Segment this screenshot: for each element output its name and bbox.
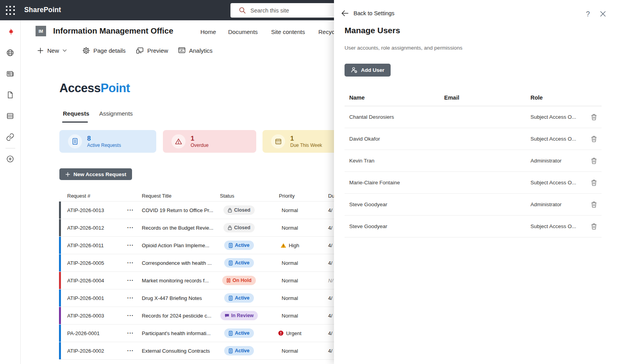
- news-icon[interactable]: [6, 70, 14, 78]
- due-date-cell: 4/: [317, 207, 332, 213]
- row-more-button[interactable]: ···: [123, 330, 138, 336]
- due-date-cell: 4/: [317, 295, 332, 301]
- app-launcher-icon[interactable]: [5, 5, 16, 16]
- request-id: PA-2026-0001: [59, 330, 123, 336]
- search-input[interactable]: Search this site: [230, 3, 343, 18]
- user-role: Administrator: [530, 202, 586, 207]
- new-button[interactable]: New: [37, 45, 67, 56]
- col-email: Email: [444, 95, 530, 101]
- priority-cell: Normal: [262, 313, 317, 319]
- rail-divider: [5, 148, 15, 148]
- row-accent-bar: [59, 325, 61, 342]
- status-badge: Active: [224, 241, 254, 250]
- panel-title: Manage Users: [345, 26, 400, 35]
- request-row[interactable]: ATIP-2026-0012···Records on the Budget R…: [59, 219, 342, 237]
- row-accent-bar: [59, 272, 61, 289]
- stat-label: Due This Week: [290, 143, 322, 148]
- trash-icon: [591, 179, 597, 186]
- nav-home[interactable]: Home: [200, 29, 216, 35]
- urgent-priority-icon: [278, 330, 284, 336]
- user-role: Administrator: [530, 158, 586, 164]
- row-more-button[interactable]: ···: [123, 277, 138, 284]
- row-accent-bar: [59, 307, 61, 324]
- stat-card-active-requests: 8 Active Requests: [59, 130, 156, 153]
- request-row[interactable]: ATIP-2026-0005···Correspondence with hea…: [59, 254, 342, 272]
- delete-user-button[interactable]: [590, 113, 598, 121]
- manage-users-panel: Back to Settings ? Manage Users User acc…: [334, 0, 625, 364]
- add-person-icon: [351, 67, 358, 73]
- list-table-icon[interactable]: [6, 112, 14, 120]
- add-user-button[interactable]: Add User: [345, 64, 391, 77]
- user-role: Subject Access O...: [530, 114, 586, 120]
- new-access-request-button[interactable]: New Access Request: [59, 168, 132, 180]
- request-row[interactable]: ATIP-2026-0001···Drug X-447 Briefing Not…: [59, 289, 342, 307]
- site-title: Information Management Office: [53, 26, 173, 36]
- tab-requests[interactable]: Requests: [63, 110, 89, 117]
- priority-cell: Normal: [262, 295, 317, 301]
- site-logo[interactable]: IM: [36, 26, 46, 36]
- request-title: Opioid Action Plan Impleme...: [138, 243, 216, 248]
- analytics-icon: [178, 47, 186, 54]
- due-date-cell: 4/: [317, 348, 332, 354]
- user-row: Marie-Claire FontaineSubject Access O...: [345, 172, 602, 194]
- request-id: ATIP-2026-0001: [59, 295, 123, 301]
- close-icon[interactable]: [600, 11, 606, 17]
- user-name: Steve Goodyear: [345, 202, 444, 207]
- document-icon: [229, 243, 233, 248]
- document-icon: [229, 348, 233, 353]
- delete-user-button[interactable]: [590, 222, 598, 231]
- due-date-cell: N/: [317, 278, 333, 284]
- canada-flag-icon[interactable]: [6, 28, 14, 36]
- row-accent-bar: [59, 237, 61, 254]
- row-more-button[interactable]: ···: [123, 295, 138, 301]
- user-name: Marie-Claire Fontaine: [345, 180, 444, 186]
- row-more-button[interactable]: ···: [123, 242, 138, 248]
- request-id: ATIP-2026-0004: [59, 278, 123, 284]
- status-badge: Active: [224, 328, 254, 338]
- request-row[interactable]: PA-2026-0001···Participant's health info…: [59, 325, 342, 342]
- nav-site-contents[interactable]: Site contents: [271, 29, 305, 35]
- request-row[interactable]: ATIP-2026-0011···Opioid Action Plan Impl…: [59, 237, 342, 254]
- analytics-button[interactable]: Analytics: [178, 45, 212, 56]
- row-more-button[interactable]: ···: [123, 312, 138, 319]
- row-more-button[interactable]: ···: [123, 207, 138, 213]
- request-row[interactable]: ATIP-2026-0004···Market monitoring recor…: [59, 272, 342, 289]
- delete-user-button[interactable]: [590, 200, 598, 209]
- row-more-button[interactable]: ···: [123, 225, 138, 231]
- stat-card-overdue: 1 Overdue: [163, 130, 256, 153]
- plus-icon: [37, 47, 44, 54]
- lock-icon: [228, 208, 232, 213]
- request-title: Market monitoring records f...: [138, 278, 216, 284]
- delete-user-button[interactable]: [590, 135, 598, 143]
- request-row[interactable]: ATIP-2026-0013···COVID 19 Return to Offi…: [59, 202, 342, 219]
- trash-icon: [591, 157, 597, 164]
- add-app-icon[interactable]: [6, 155, 14, 163]
- page-title: AccessPoint: [59, 81, 130, 95]
- nav-recycle[interactable]: Recycl: [318, 29, 336, 35]
- link-icon[interactable]: [6, 133, 14, 141]
- sharepoint-brand[interactable]: SharePoint: [24, 6, 61, 14]
- delete-user-button[interactable]: [590, 157, 598, 165]
- request-title: Records for 2024 pesticide c...: [138, 313, 216, 319]
- document-icon[interactable]: [6, 91, 14, 99]
- row-more-button[interactable]: ···: [123, 348, 138, 354]
- user-name: Chantal Desrosiers: [345, 114, 444, 120]
- globe-icon[interactable]: [6, 48, 14, 57]
- gear-icon: [82, 47, 90, 54]
- help-icon[interactable]: ?: [586, 10, 590, 18]
- row-more-button[interactable]: ···: [123, 260, 138, 266]
- request-row[interactable]: ATIP-2026-0002···External Consulting Con…: [59, 342, 342, 360]
- row-accent-bar: [59, 219, 61, 236]
- tab-assignments[interactable]: Assignments: [99, 110, 133, 117]
- priority-cell: High: [262, 243, 317, 248]
- preview-button[interactable]: Preview: [136, 45, 168, 56]
- nav-documents[interactable]: Documents: [228, 29, 258, 35]
- due-date-cell: 4/: [317, 243, 332, 248]
- plus-icon: [65, 172, 70, 177]
- request-row[interactable]: ATIP-2026-0003···Records for 2024 pestic…: [59, 307, 342, 325]
- delete-user-button[interactable]: [590, 178, 598, 187]
- page-details-button[interactable]: Page details: [82, 45, 126, 56]
- back-to-settings-button[interactable]: Back to Settings: [341, 10, 395, 17]
- due-date-cell: 4/: [317, 330, 332, 336]
- status-badge: Active: [224, 293, 254, 303]
